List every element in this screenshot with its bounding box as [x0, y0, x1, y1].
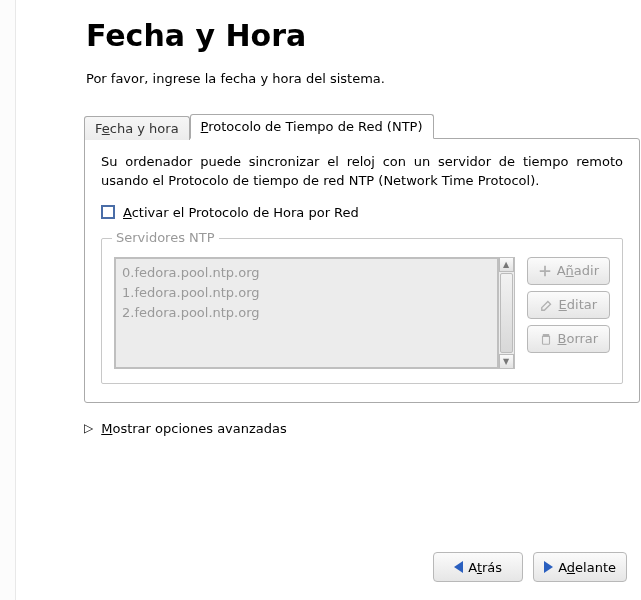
main-content: Fecha y Hora Por favor, ingrese la fecha… [16, 0, 641, 600]
tab-strip: Fecha y hora Protocolo de Tiempo de Red … [84, 114, 640, 138]
delete-server-button[interactable]: Borrar [527, 325, 610, 353]
ntp-server-list[interactable]: 0.fedora.pool.ntp.org 1.fedora.pool.ntp.… [114, 257, 499, 369]
scroll-down-button[interactable]: ▼ [499, 354, 514, 368]
tab-container: Fecha y hora Protocolo de Tiempo de Red … [84, 114, 640, 403]
wizard-footer: Atrás Adelante [433, 552, 627, 582]
pencil-icon [540, 298, 554, 312]
page-subtitle: Por favor, ingrese la fecha y hora del s… [86, 71, 621, 86]
server-scrollbar[interactable]: ▲ ▼ [499, 257, 515, 369]
scroll-up-button[interactable]: ▲ [499, 258, 514, 272]
arrow-left-icon [454, 561, 463, 573]
advanced-options-expander[interactable]: ▷ Mostrar opciones avanzadas [84, 421, 621, 436]
chevron-right-icon: ▷ [84, 421, 93, 435]
tab-pane-ntp: Su ordenador puede sincronizar el reloj … [84, 138, 640, 403]
arrow-right-icon [544, 561, 553, 573]
server-buttons-column: Añadir Editar Borrar [527, 257, 610, 353]
plus-icon [538, 264, 552, 278]
ntp-servers-fieldset: Servidores NTP 0.fedora.pool.ntp.org 1.f… [101, 238, 623, 384]
installer-sidebar-strip [0, 0, 16, 600]
advanced-options-label: Mostrar opciones avanzadas [101, 421, 287, 436]
forward-button[interactable]: Adelante [533, 552, 627, 582]
add-server-button[interactable]: Añadir [527, 257, 610, 285]
trash-icon [539, 332, 553, 346]
list-item[interactable]: 1.fedora.pool.ntp.org [122, 283, 491, 303]
ntp-servers-legend: Servidores NTP [112, 230, 219, 245]
ntp-server-list-wrap: 0.fedora.pool.ntp.org 1.fedora.pool.ntp.… [114, 257, 515, 369]
list-item[interactable]: 0.fedora.pool.ntp.org [122, 263, 491, 283]
enable-ntp-checkbox[interactable] [101, 205, 115, 219]
enable-ntp-row[interactable]: Activar el Protocolo de Hora por Red [101, 205, 623, 220]
tab-datetime[interactable]: Fecha y hora [84, 116, 190, 140]
ntp-description: Su ordenador puede sincronizar el reloj … [101, 153, 623, 191]
list-item[interactable]: 2.fedora.pool.ntp.org [122, 303, 491, 323]
back-button[interactable]: Atrás [433, 552, 523, 582]
tab-ntp[interactable]: Protocolo de Tiempo de Red (NTP) [190, 114, 434, 139]
edit-server-button[interactable]: Editar [527, 291, 610, 319]
scroll-thumb[interactable] [500, 273, 513, 353]
ntp-servers-area: 0.fedora.pool.ntp.org 1.fedora.pool.ntp.… [114, 257, 610, 369]
enable-ntp-label: Activar el Protocolo de Hora por Red [123, 205, 359, 220]
page-title: Fecha y Hora [86, 18, 621, 53]
